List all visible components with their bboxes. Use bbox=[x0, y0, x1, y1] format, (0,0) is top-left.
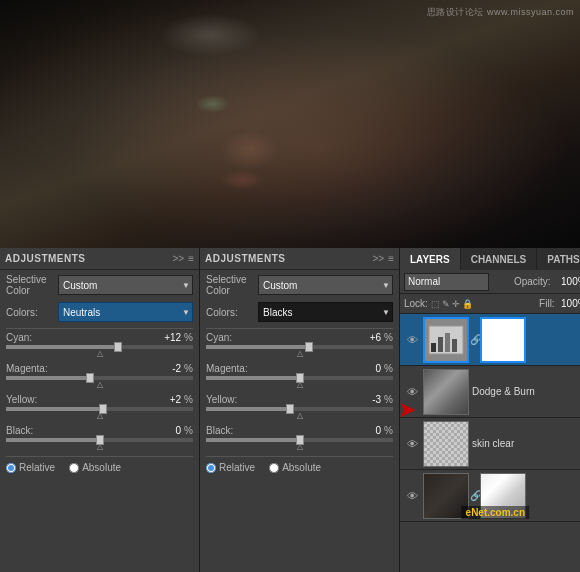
panel1-label-row: Selective Color Custom ▼ bbox=[6, 274, 193, 296]
layer-row-1[interactable]: 👁 Dodge & Burn bbox=[400, 366, 580, 418]
fill-label: Fill: bbox=[539, 298, 555, 309]
panel2-preset-wrapper[interactable]: Custom ▼ bbox=[258, 275, 393, 295]
panel1-magenta-label: Magenta: bbox=[6, 363, 61, 374]
panel1-body: Selective Color Custom ▼ Colors: Neutral… bbox=[0, 270, 199, 572]
layer-row-0[interactable]: 👁 🔗 bbox=[400, 314, 580, 366]
layer-0-mask bbox=[480, 317, 526, 363]
panel2-menu-icon[interactable]: ≡ bbox=[388, 253, 394, 264]
panel1-yellow-track[interactable] bbox=[6, 407, 193, 411]
panel1-relative-label[interactable]: Relative bbox=[6, 462, 55, 473]
panel1-black-pct: % bbox=[184, 425, 193, 436]
lock-image-icon[interactable]: ✎ bbox=[442, 299, 450, 309]
panel2-relative-text: Relative bbox=[219, 462, 255, 473]
panel2-label: Selective Color bbox=[206, 274, 258, 296]
panel1-absolute-text: Absolute bbox=[82, 462, 121, 473]
layer-0-eye-icon[interactable]: 👁 bbox=[404, 332, 420, 348]
layer-3-eye-icon[interactable]: 👁 bbox=[404, 488, 420, 504]
panel2-absolute-label[interactable]: Absolute bbox=[269, 462, 321, 473]
panel1-black-row: Black: 0 % △ bbox=[6, 425, 193, 451]
adjustments-panel-1: ADJUSTMENTS >> ≡ Selective Color Custom … bbox=[0, 248, 200, 572]
panel1-divider2 bbox=[6, 456, 193, 457]
layer-row-2[interactable]: 👁 skin clear bbox=[400, 418, 580, 470]
blend-mode-wrapper[interactable]: Normal bbox=[404, 273, 489, 291]
lock-label: Lock: bbox=[404, 298, 428, 309]
tab-paths[interactable]: PATHS bbox=[537, 248, 580, 270]
panel1-colors-row: Colors: Neutrals ▼ bbox=[6, 302, 193, 322]
panel2-magenta-track[interactable] bbox=[206, 376, 393, 380]
panel2-colors-select[interactable]: Blacks bbox=[258, 302, 393, 322]
panel2-radio-row: Relative Absolute bbox=[206, 462, 393, 473]
panel1-preset-wrapper[interactable]: Custom ▼ bbox=[58, 275, 193, 295]
panel2-magenta-pct: % bbox=[384, 363, 393, 374]
opacity-label: Opacity: bbox=[514, 276, 551, 287]
panel2-colors-row: Colors: Blacks ▼ bbox=[206, 302, 393, 322]
panel2-colors-wrapper[interactable]: Blacks ▼ bbox=[258, 302, 393, 322]
panel2-black-value: 0 bbox=[353, 425, 381, 436]
panel2-relative-radio[interactable] bbox=[206, 463, 216, 473]
panel2-yellow-label: Yellow: bbox=[206, 394, 261, 405]
opacity-value[interactable]: 100% bbox=[555, 276, 580, 287]
svg-rect-9 bbox=[424, 421, 468, 467]
panel1-colors-select[interactable]: Neutrals bbox=[58, 302, 193, 322]
panel2-absolute-radio[interactable] bbox=[269, 463, 279, 473]
panel1-cyan-track[interactable] bbox=[6, 345, 193, 349]
panel2-header: ADJUSTMENTS >> ≡ bbox=[200, 248, 399, 270]
panel1-black-track[interactable] bbox=[6, 438, 193, 442]
panel2-relative-label[interactable]: Relative bbox=[206, 462, 255, 473]
panel1-colors-wrapper[interactable]: Neutrals ▼ bbox=[58, 302, 193, 322]
panel2-absolute-text: Absolute bbox=[282, 462, 321, 473]
panel1-magenta-track[interactable] bbox=[6, 376, 193, 380]
panel1-absolute-radio[interactable] bbox=[69, 463, 79, 473]
panel1-relative-radio[interactable] bbox=[6, 463, 16, 473]
layer-1-eye-icon[interactable]: 👁 bbox=[404, 384, 420, 400]
panel1-cyan-label: Cyan: bbox=[6, 332, 61, 343]
svg-rect-2 bbox=[438, 337, 443, 352]
panel2-cyan-pct: % bbox=[384, 332, 393, 343]
layers-tabs: LAYERS CHANNELS PATHS bbox=[400, 248, 580, 270]
panel1-magenta-marker: △ bbox=[6, 381, 193, 389]
panel2-expand-icon[interactable]: >> bbox=[372, 253, 384, 264]
layer-1-name: Dodge & Burn bbox=[472, 386, 580, 397]
panel1-preset-select[interactable]: Custom bbox=[58, 275, 193, 295]
panel2-cyan-row: Cyan: +6 % △ bbox=[206, 332, 393, 358]
panel1-magenta-pct: % bbox=[184, 363, 193, 374]
panel2-yellow-value: -3 bbox=[353, 394, 381, 405]
panel1-radio-row: Relative Absolute bbox=[6, 462, 193, 473]
fill-value[interactable]: 100% bbox=[555, 298, 580, 309]
panel1-header: ADJUSTMENTS >> ≡ bbox=[0, 248, 199, 270]
panel1-black-value: 0 bbox=[153, 425, 181, 436]
svg-rect-3 bbox=[445, 333, 450, 352]
panel1-yellow-label: Yellow: bbox=[6, 394, 61, 405]
panel1-expand-icon[interactable]: >> bbox=[172, 253, 184, 264]
panel1-menu-icon[interactable]: ≡ bbox=[188, 253, 194, 264]
panel2-preset-select[interactable]: Custom bbox=[258, 275, 393, 295]
panel2-cyan-label: Cyan: bbox=[206, 332, 261, 343]
panel1-cyan-pct: % bbox=[184, 332, 193, 343]
tab-channels[interactable]: CHANNELS bbox=[461, 248, 538, 270]
layer-0-link: 🔗 bbox=[472, 317, 480, 363]
tab-layers[interactable]: LAYERS bbox=[400, 248, 461, 270]
lock-position-icon[interactable]: ✛ bbox=[452, 299, 460, 309]
panel1-black-label: Black: bbox=[6, 425, 61, 436]
panel1-magenta-value: -2 bbox=[153, 363, 181, 374]
panel1-yellow-value: +2 bbox=[153, 394, 181, 405]
layers-panel: LAYERS CHANNELS PATHS Normal Opacity: 10… bbox=[400, 248, 580, 572]
panel2-cyan-value: +6 bbox=[353, 332, 381, 343]
panel2-yellow-track[interactable] bbox=[206, 407, 393, 411]
panel2-black-track[interactable] bbox=[206, 438, 393, 442]
svg-rect-1 bbox=[431, 343, 436, 352]
lock-fill-row: Lock: ⬚ ✎ ✛ 🔒 Fill: 100% bbox=[400, 294, 580, 314]
blend-mode-select[interactable]: Normal bbox=[404, 273, 489, 291]
lock-all-icon[interactable]: 🔒 bbox=[462, 299, 473, 309]
panel1-label: Selective Color bbox=[6, 274, 58, 296]
panel1-absolute-label[interactable]: Absolute bbox=[69, 462, 121, 473]
layer-2-name: skin clear bbox=[472, 438, 580, 449]
lock-transparent-icon[interactable]: ⬚ bbox=[431, 299, 440, 309]
panel1-yellow-pct: % bbox=[184, 394, 193, 405]
panel2-cyan-track[interactable] bbox=[206, 345, 393, 349]
panel2-body: Selective Color Custom ▼ Colors: Blacks bbox=[200, 270, 399, 572]
panel1-relative-text: Relative bbox=[19, 462, 55, 473]
layer-2-eye-icon[interactable]: 👁 bbox=[404, 436, 420, 452]
layer-row-3[interactable]: 👁 🔗 eNet.com.cn bbox=[400, 470, 580, 522]
svg-rect-4 bbox=[452, 339, 457, 352]
